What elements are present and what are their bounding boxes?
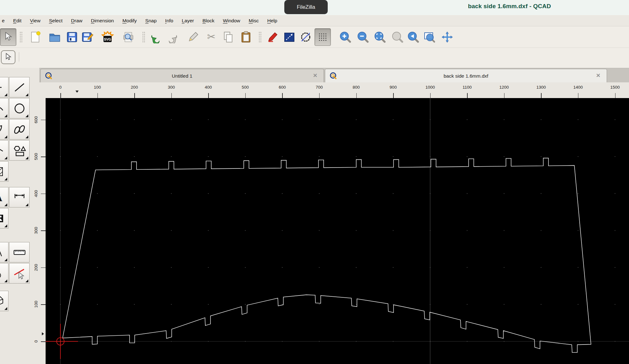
print-preview-button[interactable] bbox=[120, 28, 136, 46]
selection-tool-button[interactable] bbox=[1, 50, 15, 64]
circletool-icon bbox=[13, 102, 26, 115]
hatch-icon bbox=[0, 165, 5, 178]
hruler-label: 1200 bbox=[499, 85, 509, 90]
copy-button[interactable] bbox=[220, 28, 237, 46]
hruler-tick bbox=[467, 93, 468, 98]
main-toolbar: SVG✂ bbox=[0, 26, 629, 48]
ruler-corner bbox=[31, 82, 46, 98]
undo-button[interactable] bbox=[147, 28, 164, 46]
save-as-button[interactable] bbox=[79, 28, 96, 46]
image-tool-button[interactable] bbox=[0, 208, 8, 229]
text-tool-button[interactable]: A bbox=[0, 187, 8, 207]
plus-icon bbox=[0, 81, 5, 94]
hruler-label: 0 bbox=[59, 85, 62, 90]
imagepic-icon bbox=[0, 212, 5, 225]
hatch-tool-button[interactable] bbox=[0, 161, 8, 182]
hruler-tick bbox=[60, 93, 61, 98]
undo-icon bbox=[149, 31, 162, 43]
close-tab-icon[interactable]: ✕ bbox=[312, 72, 319, 79]
hruler-label: 200 bbox=[131, 85, 138, 90]
submenu-corner-icon bbox=[25, 157, 28, 159]
close-tab-icon[interactable]: ✕ bbox=[595, 72, 602, 79]
arc-tool-button[interactable] bbox=[0, 98, 8, 119]
menu-item-snap[interactable]: Snap bbox=[145, 18, 157, 24]
paste-button[interactable] bbox=[238, 28, 254, 46]
selection-pointer-button[interactable] bbox=[0, 28, 16, 46]
circle-tool-button[interactable] bbox=[9, 98, 30, 119]
hruler-label: 1500 bbox=[610, 85, 620, 90]
save-button[interactable] bbox=[64, 28, 80, 46]
palette-row bbox=[0, 242, 31, 262]
folder-icon bbox=[48, 31, 61, 43]
menu-item-modify[interactable]: Modify bbox=[122, 18, 137, 24]
redo-icon bbox=[167, 31, 179, 43]
menu-item-view[interactable]: View bbox=[30, 18, 40, 24]
palette-row bbox=[0, 98, 31, 119]
curve-tool-button[interactable] bbox=[0, 119, 8, 140]
edit-pencil-button[interactable] bbox=[185, 28, 201, 46]
zoom-in-button[interactable] bbox=[337, 28, 353, 46]
menu-item-info[interactable]: Info bbox=[165, 18, 173, 24]
griddots-icon bbox=[317, 32, 328, 42]
menu-item-draw[interactable]: Draw bbox=[71, 18, 82, 24]
pan-button[interactable] bbox=[439, 28, 455, 46]
menu-bar: eEditViewSelectDrawDimensionModifySnapIn… bbox=[0, 15, 629, 26]
spline-tool-button[interactable] bbox=[9, 119, 30, 140]
hruler-label: 700 bbox=[316, 85, 323, 90]
menu-item-layer[interactable]: Layer bbox=[182, 18, 194, 24]
magwindow-icon bbox=[423, 31, 436, 43]
measure-tool-button[interactable] bbox=[9, 242, 30, 262]
palette-row bbox=[0, 140, 31, 161]
open-file-button[interactable] bbox=[47, 28, 63, 46]
hruler-cursor-marker bbox=[75, 91, 79, 93]
menu-item-window[interactable]: Window bbox=[223, 18, 240, 24]
menu-item-select[interactable]: Select bbox=[49, 18, 63, 24]
tab-back-side[interactable]: back side 1.6mm.dxf ✕ bbox=[325, 69, 607, 83]
menu-item-dimension[interactable]: Dimension bbox=[91, 18, 114, 24]
snap-tool-button[interactable] bbox=[0, 242, 8, 262]
palette-cell bbox=[0, 161, 8, 182]
menu-item-help[interactable]: Help bbox=[267, 18, 277, 24]
svg-export-button[interactable]: SVG bbox=[99, 28, 116, 46]
grid-toggle-button[interactable] bbox=[314, 28, 331, 46]
vruler-label: 400 bbox=[34, 190, 38, 197]
solid-tool-button[interactable] bbox=[0, 291, 8, 311]
new-file-button[interactable] bbox=[27, 28, 43, 46]
property-editor-button[interactable] bbox=[265, 28, 281, 46]
tab-untitled-1[interactable]: Untitled 1 ✕ bbox=[40, 69, 324, 83]
palette-cell bbox=[0, 242, 8, 262]
palette-cell: A bbox=[0, 187, 8, 207]
draft-mode-button[interactable] bbox=[298, 28, 314, 46]
title-bar: FileZilla back side 1.6mm.dxf - QCAD bbox=[0, 0, 629, 15]
qcad-window: FileZilla back side 1.6mm.dxf - QCAD eEd… bbox=[0, 0, 629, 364]
document-tab-bar: Untitled 1 ✕ back side 1.6mm.dxf ✕ bbox=[39, 68, 629, 82]
menu-item-misc[interactable]: Misc bbox=[249, 18, 259, 24]
dimension-tool-button[interactable] bbox=[9, 187, 30, 207]
hruler-label: 1000 bbox=[426, 85, 435, 90]
zoom-window-button[interactable] bbox=[421, 28, 438, 46]
letterA-icon: A bbox=[0, 191, 5, 204]
zoom-previous-button[interactable] bbox=[405, 28, 421, 46]
polyline-tool-button[interactable] bbox=[0, 140, 8, 161]
roundshape-icon bbox=[0, 267, 5, 280]
zoom-out-button[interactable] bbox=[355, 28, 371, 46]
line-tool-button[interactable] bbox=[9, 77, 30, 97]
cut-button[interactable]: ✂ bbox=[203, 28, 220, 46]
menu-item-e[interactable]: e bbox=[2, 18, 5, 24]
menu-item-block[interactable]: Block bbox=[203, 18, 214, 24]
palette-row bbox=[0, 119, 31, 140]
shapes-icon bbox=[13, 144, 26, 157]
submenu-corner-icon bbox=[4, 258, 7, 261]
hruler-label: 500 bbox=[242, 85, 249, 90]
cursor-icon bbox=[2, 31, 14, 43]
drawing-canvas[interactable] bbox=[46, 98, 629, 364]
point-tool-button[interactable] bbox=[0, 77, 8, 97]
svg-text:A: A bbox=[0, 192, 2, 203]
modify-round-tool-button[interactable] bbox=[0, 263, 8, 284]
trim-tool-button[interactable] bbox=[9, 263, 30, 284]
floppypencil-icon bbox=[81, 31, 94, 43]
auto-zoom-button[interactable] bbox=[372, 28, 388, 46]
selection-filter-button[interactable] bbox=[281, 28, 298, 46]
menu-item-edit[interactable]: Edit bbox=[13, 18, 22, 24]
shape-tool-button[interactable] bbox=[9, 140, 30, 161]
